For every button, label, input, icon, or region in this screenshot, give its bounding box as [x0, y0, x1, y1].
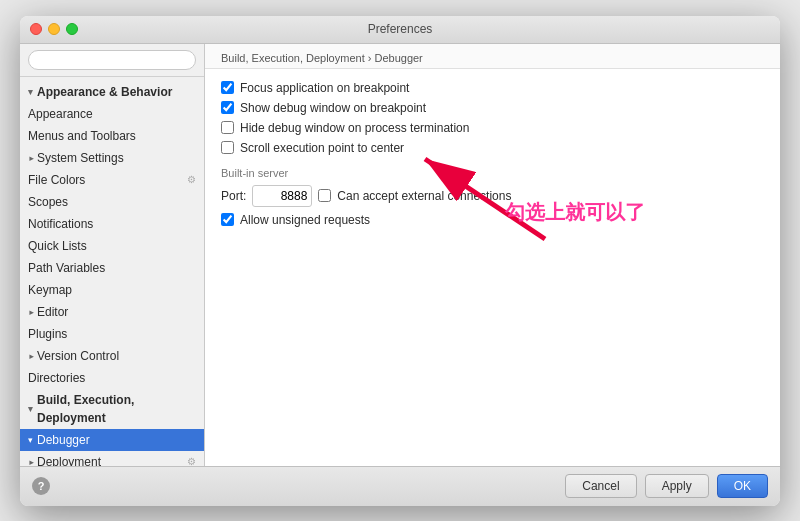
sidebar-item-plugins[interactable]: Plugins: [20, 323, 204, 345]
scroll-exec-label: Scroll execution point to center: [240, 141, 404, 155]
arrow-icon: ▾: [22, 155, 40, 160]
sidebar-item-file-colors[interactable]: File Colors ⚙: [20, 169, 204, 191]
help-icon-label: ?: [38, 480, 45, 492]
sidebar-tree: ▾ Appearance & Behavior Appearance Menus…: [20, 77, 204, 466]
sidebar-item-label: Debugger: [37, 431, 90, 449]
port-row: Port: Can accept external connections: [221, 185, 764, 207]
port-input[interactable]: [252, 185, 312, 207]
sidebar-item-label: Plugins: [28, 325, 67, 343]
sidebar-item-label: Directories: [28, 369, 85, 387]
arrow-icon: ▾: [28, 83, 33, 101]
port-label: Port:: [221, 189, 246, 203]
cancel-button[interactable]: Cancel: [565, 474, 636, 498]
show-debug-checkbox[interactable]: [221, 101, 234, 114]
sidebar-item-label: Path Variables: [28, 259, 105, 277]
sidebar-item-label: Appearance: [28, 105, 93, 123]
sidebar: ▾ Appearance & Behavior Appearance Menus…: [20, 44, 205, 466]
sidebar-item-label: Scopes: [28, 193, 68, 211]
sidebar-item-label: Keymap: [28, 281, 72, 299]
traffic-lights: [30, 23, 78, 35]
sidebar-item-keymap[interactable]: Keymap: [20, 279, 204, 301]
sidebar-item-label: Version Control: [37, 347, 119, 365]
search-bar: [20, 44, 204, 77]
sidebar-item-label: Editor: [37, 303, 68, 321]
gear-icon: ⚙: [187, 453, 196, 466]
hide-debug-checkbox[interactable]: [221, 121, 234, 134]
allow-unsigned-checkbox[interactable]: [221, 213, 234, 226]
sidebar-item-label: Menus and Toolbars: [28, 127, 136, 145]
allow-unsigned-row: Allow unsigned requests: [221, 213, 764, 227]
footer-left: ?: [32, 477, 50, 495]
sidebar-item-label: Deployment: [37, 453, 101, 466]
gear-icon: ⚙: [187, 171, 196, 189]
checkbox-show-debug: Show debug window on breakpoint: [221, 101, 764, 115]
close-button[interactable]: [30, 23, 42, 35]
sidebar-item-system-settings[interactable]: ▾ System Settings: [20, 147, 204, 169]
window-title: Preferences: [368, 22, 433, 36]
sidebar-item-build-execution[interactable]: ▾ Build, Execution, Deployment: [20, 389, 204, 429]
scroll-exec-checkbox[interactable]: [221, 141, 234, 154]
settings-content: Focus application on breakpoint Show deb…: [205, 69, 780, 466]
footer: ? Cancel Apply OK: [20, 466, 780, 506]
sidebar-item-notifications[interactable]: Notifications: [20, 213, 204, 235]
maximize-button[interactable]: [66, 23, 78, 35]
help-button[interactable]: ?: [32, 477, 50, 495]
hide-debug-label: Hide debug window on process termination: [240, 121, 469, 135]
annotation-text: 勾选上就可以了: [505, 199, 645, 226]
builtin-server-section: Built-in server: [221, 167, 764, 179]
titlebar: Preferences: [20, 16, 780, 44]
show-debug-label: Show debug window on breakpoint: [240, 101, 426, 115]
sidebar-item-path-variables[interactable]: Path Variables: [20, 257, 204, 279]
sidebar-item-version-control[interactable]: ▾ Version Control: [20, 345, 204, 367]
sidebar-item-quick-lists[interactable]: Quick Lists: [20, 235, 204, 257]
sidebar-item-label: Notifications: [28, 215, 93, 233]
sidebar-item-label: System Settings: [37, 149, 124, 167]
search-input[interactable]: [28, 50, 196, 70]
sidebar-item-scopes[interactable]: Scopes: [20, 191, 204, 213]
preferences-window: Preferences ▾ Appearance & Behavior Appe…: [20, 16, 780, 506]
allow-unsigned-label: Allow unsigned requests: [240, 213, 370, 227]
arrow-icon: ▾: [22, 459, 40, 464]
arrow-icon: ▾: [22, 353, 40, 358]
sidebar-item-appearance-behavior[interactable]: ▾ Appearance & Behavior: [20, 81, 204, 103]
can-accept-label: Can accept external connections: [337, 189, 511, 203]
checkbox-hide-debug: Hide debug window on process termination: [221, 121, 764, 135]
breadcrumb: Build, Execution, Deployment › Debugger: [205, 44, 780, 69]
arrow-icon: ▾: [22, 309, 40, 314]
sidebar-item-label: Build, Execution, Deployment: [37, 391, 196, 427]
sidebar-item-label: Appearance & Behavior: [37, 83, 172, 101]
checkbox-focus-app: Focus application on breakpoint: [221, 81, 764, 95]
sidebar-item-appearance[interactable]: Appearance: [20, 103, 204, 125]
sidebar-item-deployment[interactable]: ▾ Deployment ⚙: [20, 451, 204, 466]
minimize-button[interactable]: [48, 23, 60, 35]
ok-button[interactable]: OK: [717, 474, 768, 498]
main-panel: Build, Execution, Deployment › Debugger …: [205, 44, 780, 466]
sidebar-item-editor[interactable]: ▾ Editor: [20, 301, 204, 323]
sidebar-item-directories[interactable]: Directories: [20, 367, 204, 389]
sidebar-item-menus-toolbars[interactable]: Menus and Toolbars: [20, 125, 204, 147]
can-accept-checkbox[interactable]: [318, 189, 331, 202]
arrow-icon: ▾: [28, 431, 33, 449]
main-content: ▾ Appearance & Behavior Appearance Menus…: [20, 44, 780, 466]
sidebar-item-label: Quick Lists: [28, 237, 87, 255]
focus-app-label: Focus application on breakpoint: [240, 81, 409, 95]
sidebar-item-debugger[interactable]: ▾ Debugger: [20, 429, 204, 451]
focus-app-checkbox[interactable]: [221, 81, 234, 94]
arrow-icon: ▾: [28, 400, 33, 418]
sidebar-item-label: File Colors: [28, 171, 85, 189]
checkbox-scroll-exec: Scroll execution point to center: [221, 141, 764, 155]
apply-button[interactable]: Apply: [645, 474, 709, 498]
